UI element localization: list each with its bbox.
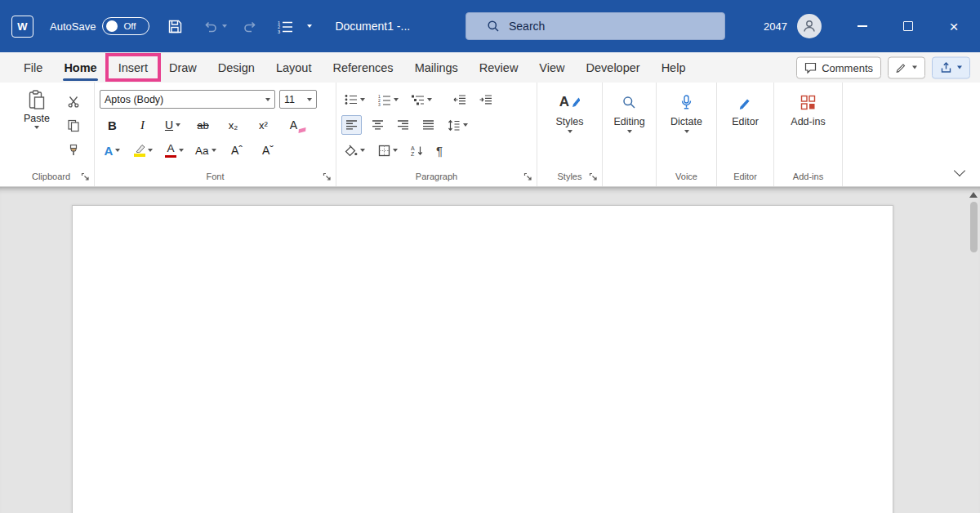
scroll-up-icon[interactable] [969, 192, 978, 198]
numbered-lines-icon: 123 [278, 20, 294, 33]
justify-button[interactable] [419, 115, 438, 135]
align-right-button[interactable] [394, 115, 412, 135]
sort-button[interactable]: AZ [408, 141, 426, 160]
account-avatar[interactable] [797, 14, 822, 38]
bullets-button[interactable] [341, 90, 368, 109]
editing-button[interactable]: Editing [603, 91, 656, 133]
collapse-ribbon-icon[interactable] [954, 165, 965, 176]
styles-dialog-launcher[interactable] [589, 172, 598, 181]
word-logo-icon: W [11, 16, 33, 38]
numbering-button[interactable]: 123 [375, 90, 402, 109]
align-right-icon [397, 119, 409, 131]
tab-design[interactable]: Design [207, 52, 265, 83]
share-dropdown-icon [957, 66, 962, 69]
shrink-font-button[interactable]: Aˇ [256, 141, 281, 160]
document-area [0, 187, 980, 513]
italic-button[interactable]: I [130, 115, 155, 135]
paste-button[interactable]: Paste [18, 90, 56, 129]
tab-review[interactable]: Review [469, 52, 529, 83]
close-button[interactable]: × [931, 0, 977, 52]
text-effects-button[interactable]: A [100, 141, 125, 160]
user-badge: 2047 [764, 20, 787, 33]
undo-button[interactable] [203, 20, 219, 33]
maximize-button[interactable] [885, 0, 931, 52]
show-formatting-button[interactable]: ¶ [433, 141, 446, 160]
paragraph-dialog-launcher[interactable] [523, 172, 532, 181]
text-effects-dropdown-icon [115, 149, 120, 152]
document-page[interactable] [72, 205, 893, 513]
dictate-button[interactable]: Dictate [657, 91, 716, 133]
align-center-button[interactable] [368, 115, 387, 135]
align-left-button[interactable] [341, 115, 362, 135]
tab-help[interactable]: Help [651, 52, 697, 83]
paragraph-group: 123 [336, 83, 537, 186]
search-box[interactable]: Search [466, 12, 725, 40]
line-spacing-dropdown-icon [463, 123, 468, 127]
minimize-button[interactable] [840, 0, 885, 52]
cut-button[interactable] [64, 93, 83, 109]
multilevel-list-button[interactable] [408, 90, 435, 109]
save-button[interactable] [167, 19, 183, 34]
highlight-color-button[interactable] [131, 141, 156, 160]
underline-button[interactable]: U [160, 115, 185, 135]
scrollbar-thumb[interactable] [970, 202, 978, 252]
ribbon: Paste Clipboard [0, 83, 980, 187]
tab-mailings[interactable]: Mailings [404, 52, 469, 83]
pencil-icon [896, 62, 907, 74]
undo-icon [203, 20, 219, 33]
font-dialog-launcher[interactable] [323, 172, 332, 181]
tab-insert[interactable]: Insert [108, 52, 158, 83]
share-button[interactable] [932, 56, 970, 78]
change-case-dropdown-icon [212, 149, 216, 152]
styles-button[interactable]: A Styles [537, 91, 602, 133]
dialog-launcher-icon [323, 172, 332, 181]
format-painter-button[interactable] [64, 142, 83, 158]
autosave-toggle[interactable]: Off [102, 17, 149, 35]
decrease-indent-button[interactable] [450, 90, 470, 109]
comments-button[interactable]: Comments [796, 56, 881, 78]
font-family-dropdown-icon [265, 98, 270, 101]
bullet-list-icon [345, 94, 358, 105]
undo-dropdown-icon[interactable] [222, 25, 227, 28]
bullets-dropdown-icon [360, 98, 365, 101]
increase-indent-button[interactable] [476, 90, 496, 109]
styles-letter: A [559, 94, 569, 110]
microphone-icon [679, 95, 693, 110]
copy-button[interactable] [64, 118, 83, 134]
editor-button[interactable]: Editor [717, 91, 773, 127]
font-color-button[interactable]: A [162, 141, 187, 160]
addins-button[interactable]: Add-ins [774, 91, 842, 127]
numbering-dropdown-icon [394, 98, 399, 101]
clear-formatting-button[interactable]: A [281, 115, 306, 135]
tab-references[interactable]: References [322, 52, 403, 83]
tab-developer[interactable]: Developer [576, 52, 651, 83]
grow-font-button[interactable]: Aˆ [225, 141, 250, 160]
quick-access-dropdown-icon[interactable] [307, 25, 312, 28]
tab-layout[interactable]: Layout [265, 52, 323, 83]
redo-button[interactable] [242, 20, 258, 33]
tab-file[interactable]: File [13, 52, 53, 83]
borders-button[interactable] [375, 141, 401, 160]
addins-grid-icon [800, 95, 816, 110]
tab-view[interactable]: View [528, 52, 575, 83]
font-size-select[interactable]: 11 [279, 90, 317, 109]
subscript-button[interactable]: x₂ [220, 115, 246, 135]
superscript-button[interactable]: x² [251, 115, 276, 135]
font-color-dropdown-icon [179, 149, 184, 152]
bold-button[interactable]: B [100, 115, 125, 135]
font-family-select[interactable]: Aptos (Body) [100, 90, 275, 109]
pen-tool-button[interactable] [888, 56, 925, 78]
copy-icon [67, 119, 80, 132]
svg-text:A: A [411, 145, 415, 150]
clipboard-dialog-launcher[interactable] [81, 172, 90, 181]
align-left-icon [345, 119, 358, 131]
line-spacing-button[interactable] [444, 115, 471, 135]
comment-bubble-icon [804, 61, 817, 74]
strikethrough-button[interactable]: ab [190, 115, 216, 135]
tab-draw[interactable]: Draw [158, 52, 207, 83]
shading-button[interactable] [341, 141, 368, 160]
change-case-button[interactable]: Aa [193, 141, 219, 160]
numbered-lines-button[interactable]: 123 [278, 20, 294, 33]
tab-home[interactable]: Home [53, 52, 107, 83]
sort-icon: AZ [411, 145, 423, 157]
